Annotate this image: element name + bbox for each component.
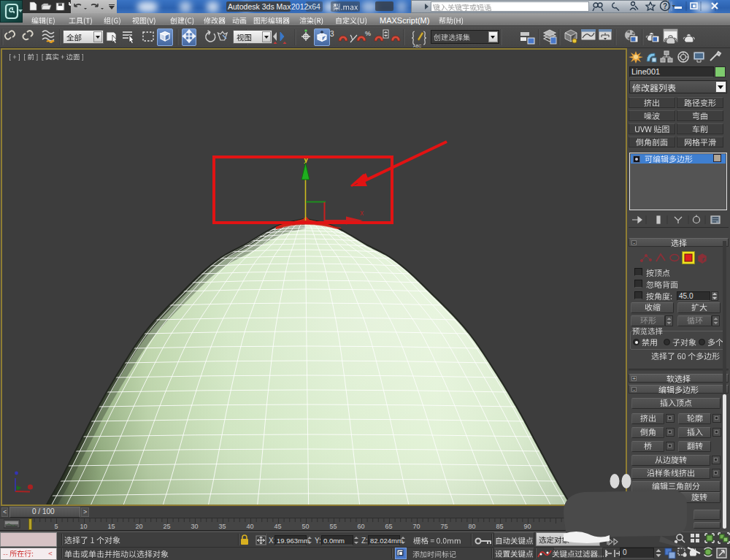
svg-text:%: % [365,30,371,37]
svg-text:3: 3 [330,30,334,38]
svg-text:?: ? [663,2,667,10]
